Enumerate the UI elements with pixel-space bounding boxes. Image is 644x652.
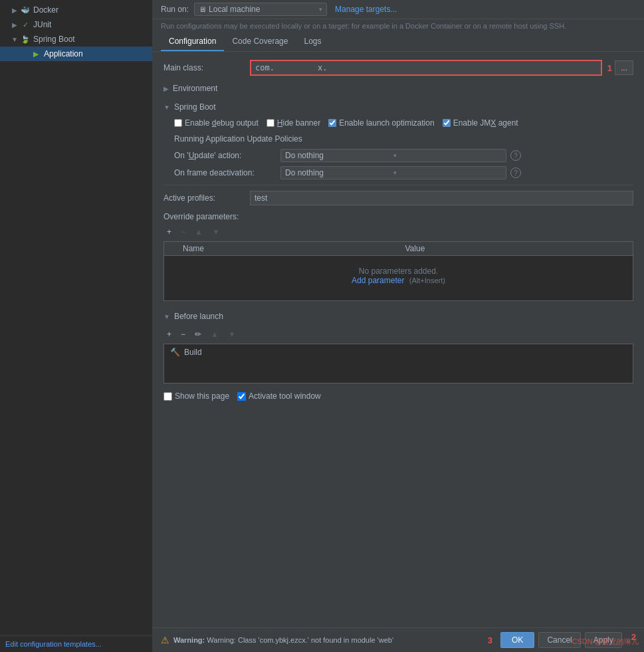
jmx-agent-label: Enable JMX agent	[453, 118, 518, 128]
run-on-bar: Run on: 🖥 Local machine ▾ Manage targets…	[153, 0, 644, 19]
sidebar-item-application[interactable]: ▶ Application	[0, 47, 152, 61]
launch-up-button[interactable]: ▲	[207, 328, 222, 341]
frame-deactivation-label: On frame deactivation:	[174, 168, 280, 177]
frame-deactivation-value: Do nothing	[285, 168, 393, 177]
launch-down-button[interactable]: ▼	[225, 328, 239, 341]
run-on-label: Run on:	[161, 5, 189, 14]
frame-deactivation-help-icon[interactable]: ?	[510, 167, 521, 178]
bottom-options: Show this page Activate tool window	[163, 383, 633, 401]
before-launch-header[interactable]: ▼ Before launch	[163, 309, 633, 324]
frame-deactivation-row: On frame deactivation: Do nothing ▾ ?	[163, 166, 633, 179]
ok-button[interactable]: OK	[500, 632, 534, 648]
footer-bar: ⚠ Warning: Warning: Class 'com.ybkj.ezcx…	[153, 627, 644, 652]
tab-configuration[interactable]: Configuration	[161, 33, 224, 51]
sidebar-item-springboot[interactable]: ▼ 🍃 Spring Boot	[0, 32, 152, 47]
show-page-label: Show this page	[175, 391, 229, 401]
params-table-header: Name Value	[164, 242, 633, 256]
launch-opt-checkbox[interactable]	[328, 119, 336, 127]
launch-add-button[interactable]: +	[163, 328, 175, 341]
update-action-chevron-icon: ▾	[393, 152, 502, 159]
sidebar-item-docker[interactable]: ▶ 🐳 Docker	[0, 3, 152, 17]
warning-message: Warning: Warning: Class 'com.ybkj.ezcx.'…	[173, 636, 483, 644]
environment-section-header[interactable]: ▶ Environment	[163, 81, 633, 96]
tabs-bar: Configuration Code Coverage Logs	[153, 33, 644, 52]
debug-output-checkbox[interactable]	[174, 119, 182, 127]
divider-1	[163, 185, 633, 185]
params-table: Name Value No parameters added. Add para…	[163, 241, 633, 301]
override-params-section: Override parameters: + − ▲ ▼ Name Value …	[163, 212, 633, 301]
main-class-row: Main class: 1 ...	[163, 60, 633, 76]
update-action-select[interactable]: Do nothing ▾	[280, 149, 506, 162]
warning-icon: ⚠	[161, 635, 169, 645]
sidebar-tree: ▶ 🐳 Docker ▶ ✓ JUnit ▼ 🍃 Spring Boot ▶ A…	[0, 0, 152, 635]
before-launch-section: ▼ Before launch + − ✏ ▲ ▼ 🔨 Build	[163, 309, 633, 383]
run-hint: Run configurations may be executed local…	[153, 19, 644, 33]
launch-opt-checkbox-item[interactable]: Enable launch optimization	[328, 118, 434, 128]
activate-window-label: Activate tool window	[249, 391, 321, 401]
build-hammer-icon: 🔨	[169, 347, 180, 358]
docker-icon: 🐳	[20, 5, 31, 15]
sidebar-item-label: JUnit	[33, 20, 51, 29]
update-action-label: On 'Update' action:	[174, 151, 280, 160]
policies-title: Running Application Update Policies	[163, 134, 633, 144]
hide-banner-checkbox-item[interactable]: Hide banner	[267, 118, 320, 128]
params-add-button[interactable]: +	[163, 225, 175, 239]
sidebar-item-label: Spring Boot	[33, 35, 75, 44]
jmx-agent-checkbox-item[interactable]: Enable JMX agent	[443, 118, 518, 128]
params-check-col	[169, 244, 183, 253]
sidebar: ▶ 🐳 Docker ▶ ✓ JUnit ▼ 🍃 Spring Boot ▶ A…	[0, 0, 153, 652]
frame-deactivation-chevron-icon: ▾	[393, 169, 502, 176]
params-name-col: Name	[183, 244, 405, 253]
junit-icon: ✓	[20, 19, 31, 30]
show-page-check-item: Show this page	[163, 391, 229, 401]
active-profiles-label: Active profiles:	[163, 193, 250, 203]
before-launch-title: Before launch	[174, 312, 223, 321]
launch-item-build[interactable]: 🔨 Build	[164, 344, 633, 360]
params-up-button[interactable]: ▲	[191, 225, 206, 239]
main-content: Run on: 🖥 Local machine ▾ Manage targets…	[153, 0, 644, 652]
params-remove-button[interactable]: −	[177, 225, 189, 239]
activate-window-check-item: Activate tool window	[237, 391, 321, 401]
launch-opt-label: Enable launch optimization	[339, 118, 434, 128]
application-icon: ▶	[31, 49, 41, 59]
hide-banner-checkbox[interactable]	[267, 119, 274, 127]
build-item-label: Build	[184, 348, 202, 357]
frame-deactivation-select[interactable]: Do nothing ▾	[280, 166, 506, 179]
springboot-section-title: Spring Boot	[174, 102, 216, 112]
tab-logs[interactable]: Logs	[296, 33, 329, 51]
run-on-value: Local machine	[209, 5, 260, 14]
browse-main-class-button[interactable]: ...	[615, 60, 633, 75]
chevron-down-icon: ▾	[319, 6, 322, 13]
main-class-input[interactable]	[250, 60, 602, 76]
tab-code-coverage[interactable]: Code Coverage	[224, 33, 296, 51]
run-on-select[interactable]: 🖥 Local machine ▾	[194, 3, 327, 16]
label-num-1: 1	[607, 63, 612, 73]
edit-templates-link[interactable]: Edit configuration templates...	[0, 635, 152, 652]
activate-window-checkbox[interactable]	[237, 392, 246, 401]
manage-targets-link[interactable]: Manage targets...	[335, 5, 397, 14]
update-action-row: On 'Update' action: Do nothing ▾ ?	[163, 149, 633, 162]
launch-edit-button[interactable]: ✏	[191, 328, 205, 341]
active-profiles-input[interactable]	[250, 191, 633, 205]
update-action-help-icon[interactable]: ?	[510, 150, 521, 161]
launch-remove-button[interactable]: −	[177, 328, 189, 341]
add-param-link[interactable]: Add parameter	[352, 276, 404, 285]
override-params-title: Override parameters:	[163, 212, 633, 221]
hide-banner-label: Hide banner	[277, 118, 320, 128]
springboot-icon: 🍃	[20, 34, 31, 45]
sidebar-item-label: Docker	[33, 5, 58, 15]
launch-items-list: 🔨 Build	[163, 344, 633, 383]
debug-output-checkbox-item[interactable]: Enable debug output	[174, 118, 259, 128]
application-arrow-icon	[21, 50, 29, 58]
form-area: Main class: 1 ... ▶ Environment ▼ Spring…	[153, 52, 644, 627]
params-down-button[interactable]: ▼	[209, 225, 223, 239]
local-machine-icon: 🖥	[199, 5, 206, 13]
jmx-agent-checkbox[interactable]	[443, 119, 451, 127]
spring-boot-section-header[interactable]: ▼ Spring Boot	[163, 100, 633, 114]
show-page-checkbox[interactable]	[163, 392, 172, 401]
sidebar-item-junit[interactable]: ▶ ✓ JUnit	[0, 17, 152, 32]
environment-section-title: Environment	[173, 84, 217, 93]
springboot-section-arrow-icon: ▼	[163, 104, 170, 111]
params-empty-message: No parameters added. Add parameter (Alt+…	[164, 256, 633, 296]
before-launch-arrow-icon: ▼	[163, 313, 170, 320]
